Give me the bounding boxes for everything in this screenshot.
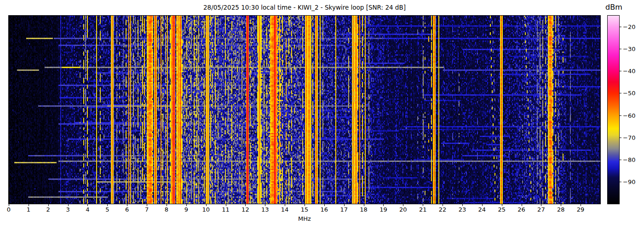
x-tick-label: 3 — [60, 206, 76, 213]
x-tick-label: 28 — [553, 206, 569, 213]
x-tick-label: 6 — [119, 206, 135, 213]
colorbar-tick-label: −70 — [623, 134, 635, 141]
x-tick-label: 21 — [415, 206, 431, 213]
x-tick-label: 18 — [356, 206, 372, 213]
plot-area — [8, 15, 601, 204]
x-tick-label: 11 — [218, 206, 234, 213]
colorbar-tick-label: −60 — [623, 112, 635, 119]
x-tick-label: 7 — [139, 206, 155, 213]
chart-title: 28/05/2025 10:30 local time - KIWI_2 - S… — [8, 4, 601, 11]
colorbar-tick-mark — [620, 182, 621, 182]
waterfall-canvas — [9, 16, 600, 204]
x-tick-label: 17 — [336, 206, 352, 213]
colorbar-tick-label: −20 — [623, 23, 635, 30]
colorbar-unit-label: dBm — [605, 3, 622, 12]
x-tick-label: 26 — [514, 206, 529, 213]
colorbar-tick-mark — [620, 27, 621, 27]
x-tick-label: 29 — [573, 206, 588, 213]
colorbar-tick-label: −90 — [623, 178, 635, 185]
colorbar-tick-mark — [620, 115, 621, 116]
x-tick-label: 24 — [474, 206, 490, 213]
colorbar-tick-label: −50 — [623, 90, 635, 97]
x-tick-label: 19 — [375, 206, 391, 213]
x-tick-label: 12 — [237, 206, 253, 213]
colorbar-tick-label: −40 — [623, 68, 635, 75]
spectrogram-figure: 28/05/2025 10:30 local time - KIWI_2 - S… — [0, 0, 644, 230]
x-tick-label: 27 — [533, 206, 549, 213]
x-tick-label: 9 — [178, 206, 194, 213]
colorbar-tick-mark — [620, 71, 621, 71]
x-tick-label: 25 — [494, 206, 510, 213]
x-axis-label: MHz — [8, 215, 601, 222]
x-tick-label: 13 — [257, 206, 273, 213]
colorbar-tick-label: −30 — [623, 46, 635, 52]
x-tick-label: 5 — [99, 206, 115, 213]
x-tick-label: 22 — [435, 206, 450, 213]
x-tick-label: 14 — [277, 206, 293, 213]
colorbar-tick-label: −80 — [623, 156, 635, 163]
x-tick-label: 8 — [159, 206, 174, 213]
x-tick-label: 23 — [454, 206, 470, 213]
x-tick-label: 2 — [40, 206, 56, 213]
x-tick-label: 10 — [198, 206, 214, 213]
x-tick-label: 4 — [80, 206, 95, 213]
colorbar — [607, 15, 620, 204]
x-tick-label: 16 — [316, 206, 332, 213]
x-tick-label: 0 — [1, 206, 17, 213]
colorbar-tick-mark — [620, 93, 621, 93]
x-tick-label: 15 — [297, 206, 312, 213]
x-tick-label: 20 — [395, 206, 411, 213]
colorbar-tick-mark — [620, 49, 621, 49]
colorbar-gradient — [608, 16, 619, 204]
colorbar-ticks: −20−30−40−50−60−70−80−90 — [620, 16, 644, 204]
colorbar-tick-mark — [620, 138, 621, 138]
colorbar-tick-mark — [620, 160, 621, 160]
x-tick-label: 1 — [21, 206, 36, 213]
